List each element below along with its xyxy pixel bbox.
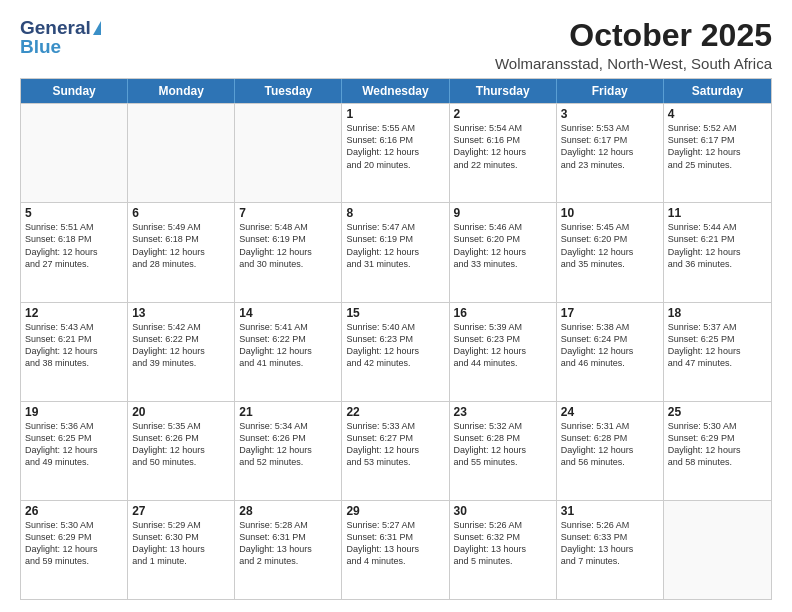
table-row: 10Sunrise: 5:45 AM Sunset: 6:20 PM Dayli… [557, 203, 664, 301]
month-title: October 2025 [495, 18, 772, 53]
table-row: 31Sunrise: 5:26 AM Sunset: 6:33 PM Dayli… [557, 501, 664, 599]
table-row: 5Sunrise: 5:51 AM Sunset: 6:18 PM Daylig… [21, 203, 128, 301]
location-subtitle: Wolmaransstad, North-West, South Africa [495, 55, 772, 72]
day-info: Sunrise: 5:26 AM Sunset: 6:33 PM Dayligh… [561, 519, 659, 568]
day-number: 5 [25, 206, 123, 220]
table-row: 4Sunrise: 5:52 AM Sunset: 6:17 PM Daylig… [664, 104, 771, 202]
day-number: 1 [346, 107, 444, 121]
day-number: 8 [346, 206, 444, 220]
table-row: 17Sunrise: 5:38 AM Sunset: 6:24 PM Dayli… [557, 303, 664, 401]
table-row: 24Sunrise: 5:31 AM Sunset: 6:28 PM Dayli… [557, 402, 664, 500]
weekday-header-monday: Monday [128, 79, 235, 103]
table-row: 27Sunrise: 5:29 AM Sunset: 6:30 PM Dayli… [128, 501, 235, 599]
table-row: 7Sunrise: 5:48 AM Sunset: 6:19 PM Daylig… [235, 203, 342, 301]
day-info: Sunrise: 5:41 AM Sunset: 6:22 PM Dayligh… [239, 321, 337, 370]
table-row [128, 104, 235, 202]
table-row: 28Sunrise: 5:28 AM Sunset: 6:31 PM Dayli… [235, 501, 342, 599]
day-info: Sunrise: 5:42 AM Sunset: 6:22 PM Dayligh… [132, 321, 230, 370]
day-number: 9 [454, 206, 552, 220]
weekday-header-thursday: Thursday [450, 79, 557, 103]
calendar-week-1: 1Sunrise: 5:55 AM Sunset: 6:16 PM Daylig… [21, 103, 771, 202]
day-info: Sunrise: 5:37 AM Sunset: 6:25 PM Dayligh… [668, 321, 767, 370]
day-info: Sunrise: 5:28 AM Sunset: 6:31 PM Dayligh… [239, 519, 337, 568]
weekday-header-tuesday: Tuesday [235, 79, 342, 103]
table-row: 16Sunrise: 5:39 AM Sunset: 6:23 PM Dayli… [450, 303, 557, 401]
day-info: Sunrise: 5:36 AM Sunset: 6:25 PM Dayligh… [25, 420, 123, 469]
table-row: 29Sunrise: 5:27 AM Sunset: 6:31 PM Dayli… [342, 501, 449, 599]
day-info: Sunrise: 5:31 AM Sunset: 6:28 PM Dayligh… [561, 420, 659, 469]
day-number: 26 [25, 504, 123, 518]
calendar-week-4: 19Sunrise: 5:36 AM Sunset: 6:25 PM Dayli… [21, 401, 771, 500]
day-number: 17 [561, 306, 659, 320]
day-number: 2 [454, 107, 552, 121]
table-row [21, 104, 128, 202]
day-number: 16 [454, 306, 552, 320]
table-row: 26Sunrise: 5:30 AM Sunset: 6:29 PM Dayli… [21, 501, 128, 599]
day-number: 15 [346, 306, 444, 320]
day-info: Sunrise: 5:30 AM Sunset: 6:29 PM Dayligh… [668, 420, 767, 469]
day-number: 28 [239, 504, 337, 518]
day-number: 19 [25, 405, 123, 419]
table-row: 9Sunrise: 5:46 AM Sunset: 6:20 PM Daylig… [450, 203, 557, 301]
table-row: 1Sunrise: 5:55 AM Sunset: 6:16 PM Daylig… [342, 104, 449, 202]
weekday-header-row: SundayMondayTuesdayWednesdayThursdayFrid… [21, 79, 771, 103]
table-row: 19Sunrise: 5:36 AM Sunset: 6:25 PM Dayli… [21, 402, 128, 500]
day-info: Sunrise: 5:34 AM Sunset: 6:26 PM Dayligh… [239, 420, 337, 469]
day-info: Sunrise: 5:32 AM Sunset: 6:28 PM Dayligh… [454, 420, 552, 469]
day-number: 27 [132, 504, 230, 518]
day-info: Sunrise: 5:30 AM Sunset: 6:29 PM Dayligh… [25, 519, 123, 568]
day-info: Sunrise: 5:40 AM Sunset: 6:23 PM Dayligh… [346, 321, 444, 370]
day-info: Sunrise: 5:45 AM Sunset: 6:20 PM Dayligh… [561, 221, 659, 270]
day-info: Sunrise: 5:46 AM Sunset: 6:20 PM Dayligh… [454, 221, 552, 270]
table-row: 22Sunrise: 5:33 AM Sunset: 6:27 PM Dayli… [342, 402, 449, 500]
day-number: 14 [239, 306, 337, 320]
day-info: Sunrise: 5:43 AM Sunset: 6:21 PM Dayligh… [25, 321, 123, 370]
day-info: Sunrise: 5:52 AM Sunset: 6:17 PM Dayligh… [668, 122, 767, 171]
day-info: Sunrise: 5:39 AM Sunset: 6:23 PM Dayligh… [454, 321, 552, 370]
day-info: Sunrise: 5:53 AM Sunset: 6:17 PM Dayligh… [561, 122, 659, 171]
day-number: 25 [668, 405, 767, 419]
day-number: 18 [668, 306, 767, 320]
table-row: 15Sunrise: 5:40 AM Sunset: 6:23 PM Dayli… [342, 303, 449, 401]
day-number: 23 [454, 405, 552, 419]
table-row: 11Sunrise: 5:44 AM Sunset: 6:21 PM Dayli… [664, 203, 771, 301]
day-info: Sunrise: 5:48 AM Sunset: 6:19 PM Dayligh… [239, 221, 337, 270]
day-number: 6 [132, 206, 230, 220]
day-info: Sunrise: 5:38 AM Sunset: 6:24 PM Dayligh… [561, 321, 659, 370]
table-row: 30Sunrise: 5:26 AM Sunset: 6:32 PM Dayli… [450, 501, 557, 599]
day-number: 30 [454, 504, 552, 518]
logo-blue: Blue [20, 37, 61, 58]
table-row: 23Sunrise: 5:32 AM Sunset: 6:28 PM Dayli… [450, 402, 557, 500]
day-info: Sunrise: 5:27 AM Sunset: 6:31 PM Dayligh… [346, 519, 444, 568]
day-info: Sunrise: 5:29 AM Sunset: 6:30 PM Dayligh… [132, 519, 230, 568]
day-number: 11 [668, 206, 767, 220]
day-number: 10 [561, 206, 659, 220]
day-number: 4 [668, 107, 767, 121]
table-row: 14Sunrise: 5:41 AM Sunset: 6:22 PM Dayli… [235, 303, 342, 401]
calendar-page: General Blue October 2025 Wolmaransstad,… [0, 0, 792, 612]
day-number: 20 [132, 405, 230, 419]
calendar-grid: SundayMondayTuesdayWednesdayThursdayFrid… [20, 78, 772, 600]
day-number: 13 [132, 306, 230, 320]
weekday-header-sunday: Sunday [21, 79, 128, 103]
table-row: 21Sunrise: 5:34 AM Sunset: 6:26 PM Dayli… [235, 402, 342, 500]
weekday-header-wednesday: Wednesday [342, 79, 449, 103]
day-number: 22 [346, 405, 444, 419]
day-info: Sunrise: 5:35 AM Sunset: 6:26 PM Dayligh… [132, 420, 230, 469]
calendar-week-2: 5Sunrise: 5:51 AM Sunset: 6:18 PM Daylig… [21, 202, 771, 301]
day-info: Sunrise: 5:55 AM Sunset: 6:16 PM Dayligh… [346, 122, 444, 171]
calendar-body: 1Sunrise: 5:55 AM Sunset: 6:16 PM Daylig… [21, 103, 771, 599]
table-row: 20Sunrise: 5:35 AM Sunset: 6:26 PM Dayli… [128, 402, 235, 500]
weekday-header-friday: Friday [557, 79, 664, 103]
day-number: 12 [25, 306, 123, 320]
day-info: Sunrise: 5:49 AM Sunset: 6:18 PM Dayligh… [132, 221, 230, 270]
day-info: Sunrise: 5:44 AM Sunset: 6:21 PM Dayligh… [668, 221, 767, 270]
table-row: 12Sunrise: 5:43 AM Sunset: 6:21 PM Dayli… [21, 303, 128, 401]
day-number: 21 [239, 405, 337, 419]
day-number: 24 [561, 405, 659, 419]
calendar-week-5: 26Sunrise: 5:30 AM Sunset: 6:29 PM Dayli… [21, 500, 771, 599]
day-number: 3 [561, 107, 659, 121]
table-row: 2Sunrise: 5:54 AM Sunset: 6:16 PM Daylig… [450, 104, 557, 202]
day-info: Sunrise: 5:51 AM Sunset: 6:18 PM Dayligh… [25, 221, 123, 270]
day-info: Sunrise: 5:54 AM Sunset: 6:16 PM Dayligh… [454, 122, 552, 171]
